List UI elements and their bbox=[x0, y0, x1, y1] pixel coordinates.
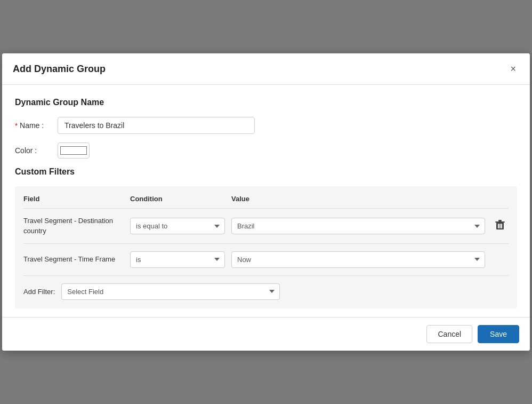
name-label: * Name : bbox=[15, 121, 58, 130]
filter-2-value-wrapper: Now Past Future bbox=[231, 251, 491, 268]
group-name-section-title: Dynamic Group Name bbox=[15, 98, 517, 107]
filter-row-2: Travel Segment - Time Frame is is not bbox=[23, 244, 509, 276]
custom-filters-section: Custom Filters Field Condition Value Tra… bbox=[15, 167, 517, 308]
save-button[interactable]: Save bbox=[478, 325, 519, 343]
filter-2-value-select[interactable]: Now Past Future bbox=[231, 251, 485, 268]
filter-1-condition-wrapper: is equal to is not equal to contains bbox=[130, 218, 231, 234]
name-input[interactable] bbox=[58, 117, 255, 134]
svg-rect-3 bbox=[498, 224, 499, 228]
filter-2-value-select-wrapper: Now Past Future bbox=[231, 251, 485, 268]
filter-1-value-select[interactable]: Brazil USA Canada bbox=[231, 218, 485, 234]
add-filter-select[interactable]: Select Field Travel Segment - Destinatio… bbox=[61, 283, 280, 300]
filter-row-1: Travel Segment - Destination country is … bbox=[23, 209, 509, 243]
filter-1-delete-wrapper bbox=[491, 218, 509, 234]
modal-header: Add Dynamic Group × bbox=[2, 53, 530, 85]
col-header-field: Field bbox=[23, 195, 130, 203]
filter-2-field: Travel Segment - Time Frame bbox=[23, 255, 130, 264]
add-filter-select-wrapper: Select Field Travel Segment - Destinatio… bbox=[61, 283, 280, 300]
filter-2-condition-select[interactable]: is is not bbox=[130, 251, 225, 268]
modal-dialog: Add Dynamic Group × Dynamic Group Name *… bbox=[2, 53, 530, 350]
filter-1-value-wrapper: Brazil USA Canada bbox=[231, 218, 491, 234]
svg-rect-1 bbox=[495, 221, 505, 223]
color-label: Color : bbox=[15, 146, 58, 155]
cancel-button[interactable]: Cancel bbox=[426, 325, 472, 343]
add-filter-label: Add Filter: bbox=[23, 288, 55, 296]
svg-rect-2 bbox=[498, 220, 502, 221]
required-star: * bbox=[15, 122, 18, 130]
col-header-value: Value bbox=[231, 195, 509, 203]
filter-1-field: Travel Segment - Destination country bbox=[23, 216, 130, 235]
filter-2-condition-select-wrapper: is is not bbox=[130, 251, 225, 268]
svg-rect-5 bbox=[501, 224, 502, 228]
name-form-row: * Name : bbox=[15, 117, 517, 134]
add-filter-row: Add Filter: Select Field Travel Segment … bbox=[23, 276, 509, 300]
trash-icon bbox=[495, 220, 505, 231]
filter-2-condition-wrapper: is is not bbox=[130, 251, 231, 268]
modal-footer: Cancel Save bbox=[2, 317, 530, 351]
filter-1-value-select-wrapper: Brazil USA Canada bbox=[231, 218, 485, 234]
col-header-condition: Condition bbox=[130, 195, 231, 203]
filter-1-delete-button[interactable] bbox=[493, 218, 507, 234]
modal-body: Dynamic Group Name * Name : Color : Cust… bbox=[2, 85, 530, 316]
modal-overlay: Add Dynamic Group × Dynamic Group Name *… bbox=[0, 0, 532, 404]
modal-title: Add Dynamic Group bbox=[13, 64, 106, 75]
svg-rect-4 bbox=[499, 224, 501, 228]
filter-1-condition-select[interactable]: is equal to is not equal to contains bbox=[130, 218, 225, 234]
filters-header: Field Condition Value bbox=[23, 195, 509, 209]
color-picker[interactable] bbox=[58, 142, 90, 159]
custom-filters-title: Custom Filters bbox=[15, 167, 517, 177]
close-button[interactable]: × bbox=[507, 62, 519, 76]
color-form-row: Color : bbox=[15, 142, 517, 159]
filter-1-condition-select-wrapper: is equal to is not equal to contains bbox=[130, 218, 225, 234]
filters-table: Field Condition Value Travel Segment - D… bbox=[15, 186, 517, 308]
